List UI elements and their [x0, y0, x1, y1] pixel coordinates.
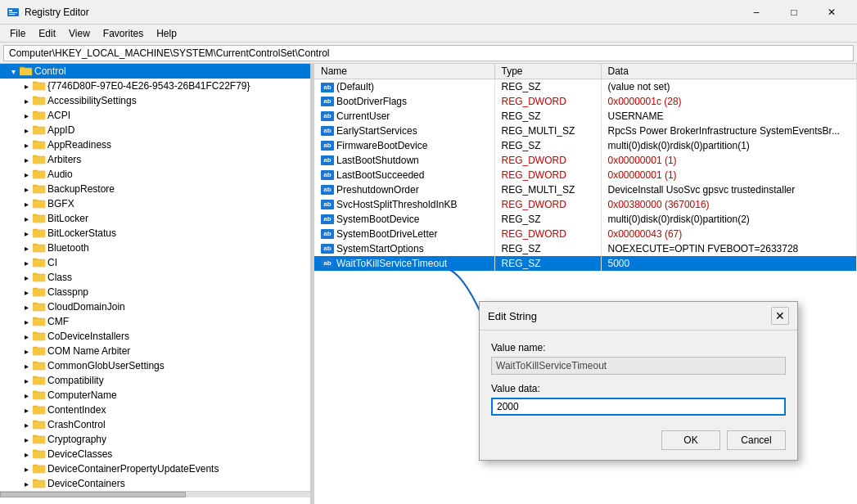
cancel-button[interactable]: Cancel — [727, 430, 786, 450]
edit-string-dialog: Edit String ✕ Value name: Value data: OK… — [479, 301, 798, 461]
dialog-title-bar: Edit String ✕ — [480, 302, 797, 331]
value-data-input[interactable] — [491, 398, 786, 416]
value-name-label: Value name: — [491, 342, 786, 353]
value-name-input[interactable] — [491, 357, 786, 375]
dialog-title: Edit String — [488, 310, 537, 322]
ok-button[interactable]: OK — [661, 430, 720, 450]
dialog-overlay: Edit String ✕ Value name: Value data: OK… — [0, 0, 857, 504]
dialog-close-button[interactable]: ✕ — [771, 307, 789, 325]
value-data-label: Value data: — [491, 383, 786, 394]
dialog-buttons: OK Cancel — [480, 424, 797, 460]
dialog-body: Value name: Value data: — [480, 331, 797, 424]
